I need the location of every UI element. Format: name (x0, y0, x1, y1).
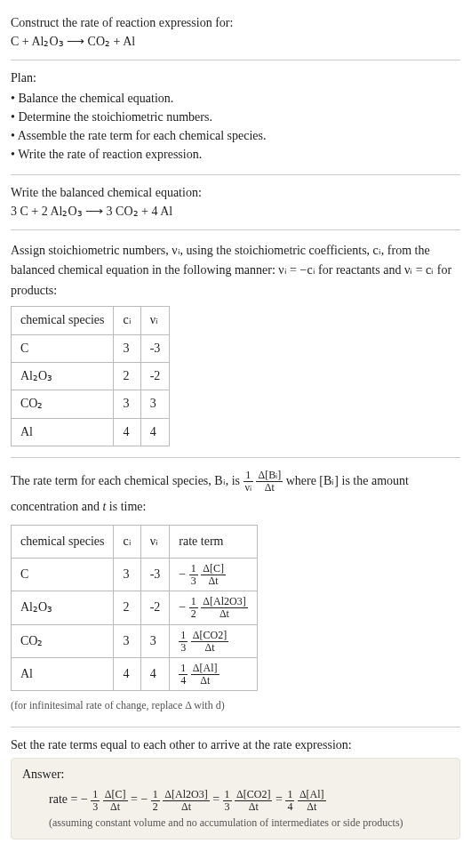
rate-term-expr: − 13 Δ[C]Δt (179, 567, 226, 581)
stoich-intro: Assign stoichiometric numbers, νᵢ, using… (11, 241, 460, 301)
stoich-table: chemical species cᵢ νᵢ C 3 -3 Al₂O₃ 2 -2… (11, 306, 170, 446)
answer-label: Answer: (22, 768, 449, 782)
col-vi: νᵢ (140, 525, 170, 558)
page-title: Construct the rate of reaction expressio… (11, 16, 460, 30)
fraction: 13 (223, 789, 232, 813)
unbalanced-equation: C + Al₂O₃ ⟶ CO₂ + Al (11, 34, 460, 49)
cell-species: Al (12, 658, 114, 691)
plan-item: • Write the rate of reaction expression. (11, 145, 460, 164)
plan-title: Plan: (11, 71, 460, 85)
term-sign: − (179, 567, 186, 581)
cell-ci: 3 (114, 334, 140, 362)
plan-section: Plan: • Balance the chemical equation. •… (11, 64, 460, 171)
intro-suffix: is time: (106, 500, 146, 513)
cell-species: Al₂O₃ (12, 362, 114, 390)
plan-list: • Balance the chemical equation. • Deter… (11, 89, 460, 164)
divider (11, 174, 460, 175)
fraction: 1 νᵢ (243, 470, 253, 494)
rate-term: 14 Δ[Al]Δt (285, 792, 325, 806)
balanced-equation: 3 C + 2 Al₂O₃ ⟶ 3 CO₂ + 4 Al (11, 204, 460, 219)
fraction: 13 (179, 630, 188, 654)
balanced-section: Write the balanced chemical equation: 3 … (11, 179, 460, 226)
frac-num: 1 (243, 470, 253, 482)
header-section: Construct the rate of reaction expressio… (11, 9, 460, 56)
col-vi: νᵢ (140, 307, 170, 334)
frac-den: Δt (256, 482, 283, 494)
col-term: rate term (170, 525, 257, 558)
fraction: Δ[Bᵢ] Δt (256, 470, 283, 494)
balanced-title: Write the balanced chemical equation: (11, 186, 460, 200)
fraction: Δ[Al2O3]Δt (201, 596, 247, 620)
cell-ci: 2 (114, 591, 140, 624)
plan-item: • Balance the chemical equation. (11, 89, 460, 108)
term-sign: − (179, 600, 186, 614)
fraction: 14 (179, 663, 188, 687)
cell-ci: 3 (114, 390, 140, 418)
answer-disclaimer: (assuming constant volume and no accumul… (22, 816, 449, 830)
term-sign: − (140, 792, 148, 806)
stoich-section: Assign stoichiometric numbers, νᵢ, using… (11, 234, 460, 454)
cell-vi: -3 (140, 334, 170, 362)
fraction: Δ[CO2]Δt (191, 630, 228, 654)
divider (11, 457, 460, 458)
table-row: C 3 -3 (12, 334, 170, 362)
frac-den: νᵢ (243, 482, 253, 494)
intro-prefix: The rate term for each chemical species,… (11, 474, 243, 487)
cell-ci: 3 (114, 624, 140, 657)
cell-ci: 4 (114, 658, 140, 691)
table-row: Al 4 4 (12, 418, 170, 446)
cell-species: Al₂O₃ (12, 591, 114, 624)
col-ci: cᵢ (114, 525, 140, 558)
table-row: CO₂ 3 3 (12, 390, 170, 418)
equals: = (275, 792, 285, 806)
fraction: 12 (151, 789, 160, 813)
table-header-row: chemical species cᵢ νᵢ rate term (12, 525, 258, 558)
col-species: chemical species (12, 307, 114, 334)
rate-term-expr: 13 Δ[CO2]Δt (179, 634, 228, 647)
equals: = (131, 792, 140, 806)
cell-species: C (12, 558, 114, 591)
rate-term-table: chemical species cᵢ νᵢ rate term C 3 -3 … (11, 525, 258, 692)
rate-term: − 13 Δ[C]Δt (81, 792, 131, 806)
rate-term-expr: 14 Δ[Al]Δt (179, 667, 219, 680)
table-row: CO₂ 3 3 13 Δ[CO2]Δt (12, 624, 258, 657)
table-row: Al₂O₃ 2 -2 − 12 Δ[Al2O3]Δt (12, 591, 258, 624)
fraction: Δ[C]Δt (201, 563, 226, 587)
cell-species: C (12, 334, 114, 362)
table-row: Al 4 4 14 Δ[Al]Δt (12, 658, 258, 691)
cell-term: − 13 Δ[C]Δt (170, 558, 257, 591)
table-header-row: chemical species cᵢ νᵢ (12, 307, 170, 334)
divider (11, 727, 460, 727)
fraction: 12 (189, 596, 198, 620)
final-title: Set the rate terms equal to each other t… (11, 738, 460, 752)
cell-term: 14 Δ[Al]Δt (170, 658, 257, 691)
fraction: Δ[CO2]Δt (235, 789, 272, 813)
table-row: C 3 -3 − 13 Δ[C]Δt (12, 558, 258, 591)
cell-term: 13 Δ[CO2]Δt (170, 624, 257, 657)
rate-term: 13 Δ[CO2]Δt (223, 792, 275, 806)
rate-expression: rate = − 13 Δ[C]Δt = − 12 Δ[Al2O3]Δt = 1… (22, 787, 449, 812)
final-section: Set the rate terms equal to each other t… (11, 731, 460, 846)
infinitesimal-note: (for infinitesimal rate of change, repla… (11, 695, 460, 716)
cell-term: − 12 Δ[Al2O3]Δt (170, 591, 257, 624)
cell-ci: 4 (114, 418, 140, 446)
cell-vi: 3 (140, 390, 170, 418)
rate-term: − 12 Δ[Al2O3]Δt (140, 792, 212, 806)
fraction: 14 (285, 789, 294, 813)
fraction: Δ[Al]Δt (298, 789, 326, 813)
cell-vi: -2 (140, 591, 170, 624)
cell-species: CO₂ (12, 390, 114, 418)
fraction: 13 (91, 789, 100, 813)
intro-formula: 1 νᵢ Δ[Bᵢ] Δt (243, 474, 286, 487)
rate-prefix: rate = (49, 792, 81, 806)
cell-species: CO₂ (12, 624, 114, 657)
cell-ci: 3 (114, 558, 140, 591)
col-species: chemical species (12, 525, 114, 558)
cell-ci: 2 (114, 362, 140, 390)
fraction: Δ[Al]Δt (191, 663, 220, 687)
cell-vi: -3 (140, 558, 170, 591)
table-row: Al₂O₃ 2 -2 (12, 362, 170, 390)
cell-species: Al (12, 418, 114, 446)
plan-item: • Assemble the rate term for each chemic… (11, 126, 460, 145)
fraction: 13 (189, 563, 198, 587)
